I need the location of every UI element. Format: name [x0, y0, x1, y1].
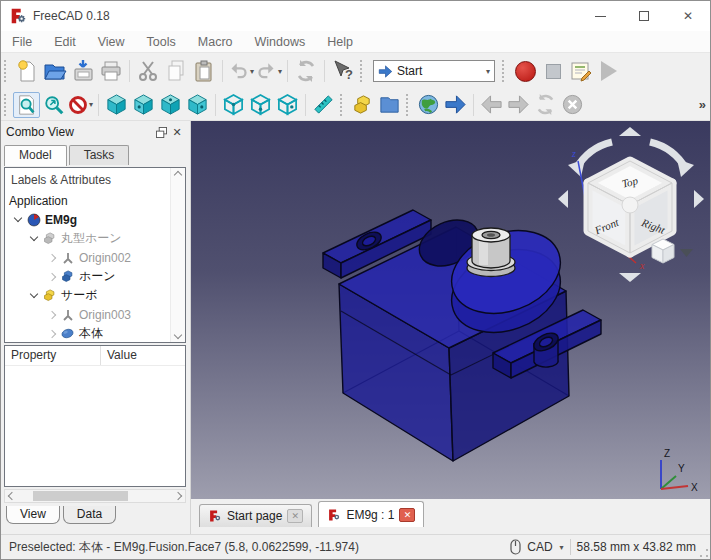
macro-stop-button[interactable] — [539, 57, 567, 85]
minimize-button[interactable] — [578, 1, 622, 31]
float-panel-icon[interactable] — [153, 124, 169, 140]
column-property[interactable]: Property — [5, 346, 101, 365]
chevron-down-icon[interactable] — [27, 294, 41, 297]
draw-style-button[interactable]: ▾ — [67, 92, 94, 118]
menu-macro[interactable]: Macro — [187, 31, 244, 53]
close-button[interactable]: ✕ — [666, 1, 710, 31]
scrollbar-thumb[interactable] — [33, 491, 128, 501]
refresh-button[interactable] — [292, 57, 320, 85]
browser-forward-button[interactable] — [505, 92, 532, 118]
open-document-button[interactable] — [41, 57, 69, 85]
menu-edit[interactable]: Edit — [43, 31, 87, 53]
tree-item-em9g[interactable]: EM9g — [9, 210, 170, 229]
browser-back-button[interactable] — [478, 92, 505, 118]
arrow-left[interactable] — [558, 190, 568, 208]
whats-this-button[interactable]: ? — [329, 57, 357, 85]
menu-help[interactable]: Help — [316, 31, 364, 53]
chevron-down-icon[interactable]: ▾ — [89, 100, 93, 109]
chevron-down-icon[interactable]: ▾ — [250, 67, 254, 76]
navcube-menu-button[interactable] — [652, 239, 693, 263]
horizontal-scrollbar[interactable] — [4, 489, 186, 503]
view-bottom-button[interactable] — [247, 92, 274, 118]
view-rear-button[interactable] — [220, 92, 247, 118]
scroll-right-icon[interactable] — [171, 493, 185, 499]
scroll-left-icon[interactable] — [5, 493, 19, 499]
toolbar-handle[interactable] — [360, 60, 365, 82]
macro-record-button[interactable] — [511, 57, 539, 85]
toolbar-handle[interactable] — [406, 94, 411, 116]
macro-play-button[interactable] — [595, 57, 623, 85]
menu-file[interactable]: File — [1, 31, 43, 53]
view-left-button[interactable] — [274, 92, 301, 118]
combo-view-header[interactable]: Combo View ✕ — [1, 121, 190, 143]
tree-scrollbar[interactable] — [170, 168, 185, 342]
tab-model[interactable]: Model — [4, 145, 67, 166]
column-value[interactable]: Value — [101, 346, 143, 365]
group-button[interactable] — [376, 92, 403, 118]
new-document-button[interactable] — [13, 57, 41, 85]
browser-stop-button[interactable] — [559, 92, 586, 118]
chevron-right-icon[interactable] — [45, 331, 59, 337]
tree-item-servo[interactable]: サーボ — [9, 286, 170, 305]
scroll-down-icon[interactable] — [174, 331, 182, 339]
fit-selection-button[interactable] — [40, 92, 67, 118]
web-open-button[interactable] — [415, 92, 442, 118]
fit-all-button[interactable] — [13, 92, 40, 118]
tab-view[interactable]: View — [6, 506, 60, 524]
cut-button[interactable] — [134, 57, 162, 85]
maximize-button[interactable] — [622, 1, 666, 31]
menu-view[interactable]: View — [87, 31, 136, 53]
macro-edit-button[interactable] — [567, 57, 595, 85]
paste-button[interactable] — [190, 57, 218, 85]
chevron-down-icon[interactable] — [11, 218, 25, 221]
tab-tasks[interactable]: Tasks — [69, 145, 130, 165]
chevron-right-icon[interactable] — [45, 255, 59, 261]
menu-windows[interactable]: Windows — [244, 31, 317, 53]
tree-item-origin003[interactable]: Origin003 — [9, 305, 170, 324]
save-button[interactable] — [69, 57, 97, 85]
toolbar-handle[interactable] — [4, 94, 9, 116]
tree-item-marugata-horn[interactable]: 丸型ホーン — [9, 229, 170, 248]
tab-em9g-document[interactable]: EM9g : 1 ✕ — [318, 501, 424, 527]
servo-shaft[interactable] — [467, 228, 515, 277]
chevron-right-icon[interactable] — [45, 274, 59, 280]
tree-item-origin002[interactable]: Origin002 — [9, 248, 170, 267]
view-front-button[interactable] — [130, 92, 157, 118]
view-isometric-button[interactable] — [103, 92, 130, 118]
arrow-up[interactable] — [619, 127, 641, 136]
browser-go-button[interactable] — [442, 92, 469, 118]
chevron-down-icon[interactable]: ▾ — [560, 543, 564, 552]
tab-data[interactable]: Data — [63, 506, 116, 524]
arrow-right[interactable] — [694, 190, 704, 208]
view-right-button[interactable] — [184, 92, 211, 118]
navigation-cube[interactable]: z x Top Front — [556, 127, 706, 287]
copy-button[interactable] — [162, 57, 190, 85]
menu-tools[interactable]: Tools — [136, 31, 187, 53]
toolbar-handle[interactable] — [4, 60, 9, 82]
browser-refresh-button[interactable] — [532, 92, 559, 118]
close-tab-icon[interactable]: ✕ — [399, 508, 415, 522]
close-panel-icon[interactable]: ✕ — [169, 124, 185, 140]
undo-button[interactable]: ▾ — [227, 57, 255, 85]
toolbar-handle[interactable] — [502, 60, 507, 82]
redo-button[interactable]: ▾ — [255, 57, 283, 85]
chevron-down-icon[interactable] — [27, 237, 41, 240]
chevron-right-icon[interactable] — [45, 312, 59, 318]
nav-style-selector[interactable]: CAD — [527, 540, 552, 554]
chevron-down-icon[interactable]: ▾ — [278, 67, 282, 76]
tree-item-application[interactable]: Application — [9, 191, 170, 210]
tree-item-body[interactable]: 本体 — [9, 324, 170, 342]
toolbar-overflow-button[interactable]: » — [699, 97, 706, 112]
measure-distance-button[interactable] — [310, 92, 337, 118]
resize-grip[interactable] — [700, 549, 708, 557]
close-tab-icon[interactable]: ✕ — [287, 509, 303, 523]
toolbar-handle[interactable] — [340, 94, 345, 116]
arrow-down[interactable] — [619, 273, 641, 282]
tree-item-horn[interactable]: ホーン — [9, 267, 170, 286]
create-part-button[interactable] — [349, 92, 376, 118]
view-top-button[interactable] — [157, 92, 184, 118]
tab-start-page[interactable]: Start page ✕ — [199, 504, 312, 527]
3d-viewport[interactable]: z x Top Front — [191, 121, 710, 499]
print-button[interactable] — [97, 57, 125, 85]
scroll-up-icon[interactable] — [174, 171, 182, 179]
